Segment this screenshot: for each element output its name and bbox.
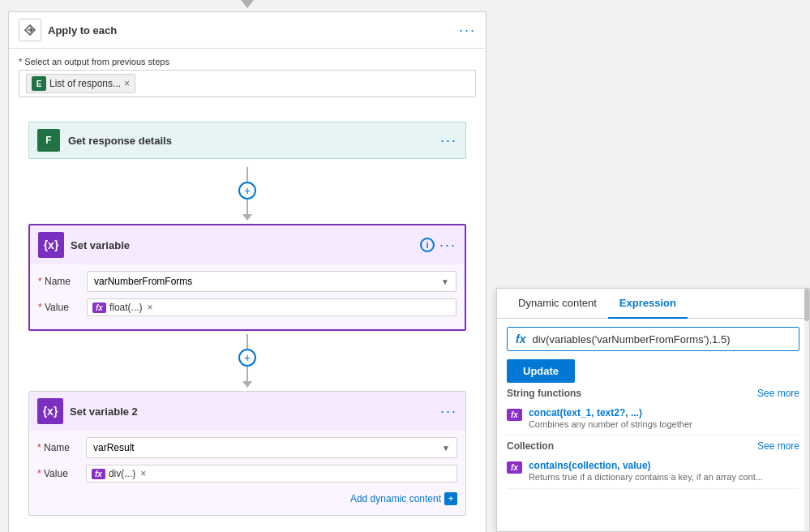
contains-function-name[interactable]: contains(collection, value) xyxy=(529,460,763,471)
apply-each-more-icon[interactable]: ··· xyxy=(459,23,476,37)
set-var-2-body: * Name varResult ▼ * Value xyxy=(29,431,465,515)
tag-close-icon[interactable]: × xyxy=(124,79,130,88)
apply-each-header: Apply to each ··· xyxy=(9,12,486,49)
output-field-label: * Select an output from previous steps xyxy=(19,57,476,66)
connector-plus-2[interactable]: + xyxy=(238,349,256,367)
tab-expression[interactable]: Expression xyxy=(608,289,688,319)
get-response-header: F Get response details ··· xyxy=(29,122,465,158)
connector-line-2 xyxy=(246,334,248,349)
contains-function-info: contains(collection, value) Returns true… xyxy=(529,460,763,483)
set-var-1-body: * Name varNumberFromForms ▼ * Value xyxy=(30,264,465,329)
connector-line-1 xyxy=(246,167,248,182)
set-var-1-header: {x} Set variable i ··· xyxy=(30,225,465,264)
set-var-2-icon: {x} xyxy=(37,398,63,424)
set-var-1-name-label: * Name xyxy=(38,276,87,287)
set-var-1-name-row: * Name varNumberFromForms ▼ xyxy=(38,271,456,292)
concat-function-desc: Combines any number of strings together xyxy=(529,418,692,430)
formula-close-1[interactable]: × xyxy=(148,302,153,313)
contains-function-desc: Returns true if a dictionary contains a … xyxy=(529,471,763,483)
excel-tag-icon: E xyxy=(32,76,46,91)
string-functions-title: String functions xyxy=(507,388,581,399)
top-connector-arrow xyxy=(8,0,486,11)
add-dynamic-plus-icon: + xyxy=(444,492,457,505)
arrow-shape xyxy=(241,0,254,8)
side-scrollbar[interactable] xyxy=(804,289,809,531)
set-var-2-name-value[interactable]: varResult ▼ xyxy=(86,437,457,458)
string-functions-section: String functions See more xyxy=(507,383,799,402)
set-var-1-title: Set variable xyxy=(71,239,420,251)
set-var-2-more-icon[interactable]: ··· xyxy=(440,404,457,418)
set-var-1-value-label: * Value xyxy=(38,302,87,313)
fx-badge-2: fx xyxy=(92,469,105,479)
set-var-2-value-row: * Value fx div(...) × xyxy=(37,465,457,483)
connector-line-1b xyxy=(246,200,248,214)
connector-arrow-2 xyxy=(242,381,252,388)
set-var-2-title: Set variable 2 xyxy=(70,405,440,418)
concat-function-info: concat(text_1, text2?, ...) Combines any… xyxy=(529,407,692,430)
concat-fx-badge: fx xyxy=(507,409,522,421)
collection-section: Collection See more xyxy=(507,435,799,455)
contains-function-item: fx contains(collection, value) Returns t… xyxy=(507,455,799,488)
expression-area: fx div(variables('varNumberFromForms'),1… xyxy=(497,319,809,497)
set-variable-1-card: {x} Set variable i ··· * Name varNumberF… xyxy=(28,224,466,331)
formula-text-1: float(...) xyxy=(109,302,143,313)
string-functions-see-more[interactable]: See more xyxy=(757,388,799,399)
collection-title: Collection xyxy=(507,440,554,452)
formula-text-2: div(...) xyxy=(109,468,135,479)
chevron-down-icon-2: ▼ xyxy=(442,444,450,453)
connector-line-2b xyxy=(246,367,248,381)
set-var-1-more-icon[interactable]: ··· xyxy=(439,238,456,252)
add-dynamic-row: Add dynamic content + xyxy=(37,489,457,508)
update-button[interactable]: Update xyxy=(507,359,575,383)
set-var-1-formula-tag[interactable]: fx float(...) × xyxy=(87,298,456,316)
set-var-2-name-row: * Name varResult ▼ xyxy=(37,437,457,458)
set-var-2-value-input[interactable]: fx div(...) × xyxy=(86,465,457,483)
set-var-1-name-select[interactable]: varNumberFromForms ▼ xyxy=(87,271,456,292)
apply-each-body: * Select an output from previous steps E… xyxy=(9,49,486,105)
apply-each-container: Apply to each ··· * Select an output fro… xyxy=(8,11,486,532)
connector-2: + xyxy=(19,334,476,388)
concat-function-name[interactable]: concat(text_1, text2?, ...) xyxy=(529,407,692,418)
chevron-down-icon: ▼ xyxy=(441,277,449,286)
concat-function-item: fx concat(text_1, text2?, ...) Combines … xyxy=(507,402,799,435)
apply-each-title: Apply to each xyxy=(48,24,459,36)
get-response-title: Get response details xyxy=(68,135,440,147)
set-var-1-value-row: * Value fx float(...) × xyxy=(38,298,456,316)
tag-text: List of respons... xyxy=(49,78,121,89)
forms-icon: F xyxy=(37,129,60,152)
expression-fx-icon: fx xyxy=(516,332,525,345)
contains-fx-badge: fx xyxy=(507,461,522,474)
get-response-card: F Get response details ··· xyxy=(28,122,466,159)
scrollbar-thumb xyxy=(804,289,809,321)
formula-close-2[interactable]: × xyxy=(140,468,146,479)
connector-arrow-1 xyxy=(242,214,252,221)
add-dynamic-label: Add dynamic content xyxy=(350,493,441,504)
tab-dynamic-content[interactable]: Dynamic content xyxy=(507,289,608,319)
set-variable-2-card: {x} Set variable 2 ··· * Name varResult … xyxy=(28,391,466,516)
set-var-2-value-label: * Value xyxy=(37,468,86,479)
output-tag-input[interactable]: E List of respons... × xyxy=(19,70,476,97)
set-var-2-name-select[interactable]: varResult ▼ xyxy=(86,437,457,458)
main-canvas: Apply to each ··· * Select an output fro… xyxy=(0,0,495,532)
set-var-2-formula-tag[interactable]: fx div(...) × xyxy=(86,465,457,483)
expression-text[interactable]: div(variables('varNumberFromForms'),1.5) xyxy=(532,333,791,345)
apply-each-icon xyxy=(19,19,41,41)
set-var-1-name-value[interactable]: varNumberFromForms ▼ xyxy=(87,271,456,292)
side-panel: Dynamic content Expression fx div(variab… xyxy=(496,288,810,532)
list-responses-tag[interactable]: E List of respons... × xyxy=(26,74,135,93)
set-var-2-header: {x} Set variable 2 ··· xyxy=(29,392,465,431)
expression-input-box[interactable]: fx div(variables('varNumberFromForms'),1… xyxy=(507,327,799,351)
collection-see-more[interactable]: See more xyxy=(757,440,799,452)
set-var-2-name-label: * Name xyxy=(37,442,86,453)
set-var-1-icon: {x} xyxy=(38,232,64,258)
add-dynamic-content-link[interactable]: Add dynamic content + xyxy=(350,492,457,505)
set-var-1-info-icon[interactable]: i xyxy=(420,238,435,252)
connector-plus-1[interactable]: + xyxy=(238,182,256,200)
side-panel-tabs: Dynamic content Expression xyxy=(497,289,809,319)
connector-1: + xyxy=(19,167,476,221)
inner-area: F Get response details ··· + {x} Set var… xyxy=(9,105,486,524)
get-response-more-icon[interactable]: ··· xyxy=(440,133,457,148)
fx-badge-1: fx xyxy=(92,302,106,313)
add-action-row[interactable]: Add an action xyxy=(9,524,486,532)
set-var-1-value-input[interactable]: fx float(...) × xyxy=(87,298,456,316)
